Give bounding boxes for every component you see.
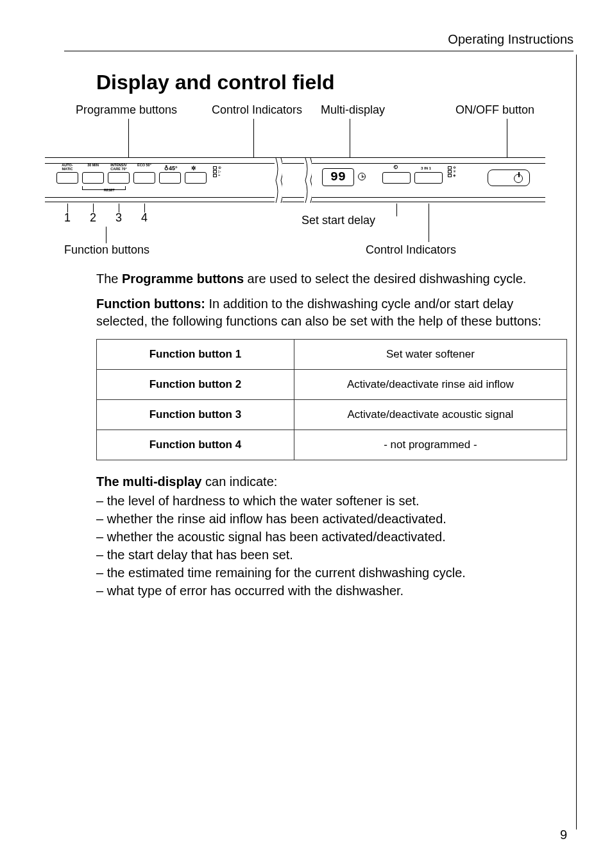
table-row: Function button 3 Activate/deactivate ac… xyxy=(97,400,567,430)
label-onoff-button: ON/OFF button xyxy=(455,103,534,117)
list-item: the start delay that has been set. xyxy=(96,546,567,564)
three-in-one-label: 3 IN 1 xyxy=(421,166,431,170)
prog-label-1: AUTO- MATIC xyxy=(56,164,78,171)
prog-label-4: ECO 50° xyxy=(133,164,155,168)
list-item: whether the acoustic signal has been act… xyxy=(96,528,567,546)
page-number: 9 xyxy=(560,828,567,842)
callout-line xyxy=(507,119,507,157)
list-item: whether the rinse aid inflow has been ac… xyxy=(96,510,567,528)
table-row: Function button 2 Activate/deactivate ri… xyxy=(97,370,567,400)
on-off-button[interactable] xyxy=(488,169,530,186)
func-name-1: Function button 1 xyxy=(97,340,294,370)
control-panel-diagram: Programme buttons Control Indicators Mul… xyxy=(45,103,545,264)
programme-button-3[interactable] xyxy=(108,172,130,184)
callout-line xyxy=(350,119,350,157)
paragraph-programme-buttons: The Programme buttons are used to select… xyxy=(96,270,567,288)
num-3: 3 xyxy=(115,211,122,225)
right-margin-rule xyxy=(576,55,577,829)
callout-line xyxy=(396,204,397,216)
indicator-block-left: ⊕ ▷ ≈ xyxy=(213,166,221,177)
func-desc-1: Set water softener xyxy=(294,340,566,370)
start-delay-button[interactable] xyxy=(382,172,411,184)
func-desc-3: Activate/deactivate acoustic signal xyxy=(294,400,566,430)
prog-label-2: 30 MIN xyxy=(82,164,104,168)
callout-line xyxy=(253,119,254,157)
multi-display-value: 99 xyxy=(322,168,354,186)
panel-break-right xyxy=(304,158,312,203)
header-section: Operating Instructions xyxy=(448,32,574,46)
panel-break-left xyxy=(275,158,282,203)
control-panel: AUTO- MATIC 30 MIN INTENSIV CARE 70° ECO… xyxy=(45,157,545,202)
clock-icon xyxy=(358,173,366,180)
reset-label: RESET xyxy=(104,188,115,192)
list-item: the estimated time remaining for the cur… xyxy=(96,564,567,582)
func-name-3: Function button 3 xyxy=(97,400,294,430)
content-area: Display and control field Programme butt… xyxy=(96,71,567,600)
prog-label-3: INTENSIV CARE 70° xyxy=(108,164,130,171)
programme-button-1[interactable] xyxy=(56,172,78,184)
programme-button-4[interactable] xyxy=(133,172,155,184)
func-name-2: Function button 2 xyxy=(97,370,294,400)
programme-button-2[interactable] xyxy=(82,172,104,184)
label-programme-buttons: Programme buttons xyxy=(76,103,177,117)
func-desc-4: - not programmed - xyxy=(294,430,566,460)
programme-button-dry[interactable] xyxy=(185,172,207,184)
function-button-table: Function button 1 Set water softener Fun… xyxy=(96,339,567,460)
three-in-one-button[interactable] xyxy=(414,172,443,184)
fan-icon: ✲ xyxy=(191,166,196,171)
multi-display-intro: The multi-display can indicate: xyxy=(96,474,567,489)
list-item: the level of hardness to which the water… xyxy=(96,492,567,510)
label-control-indicators-bottom: Control Indicators xyxy=(366,243,456,257)
table-row: Function button 4 - not programmed - xyxy=(97,430,567,460)
label-set-start-delay: Set start delay xyxy=(302,214,375,227)
num-1: 1 xyxy=(64,211,71,225)
paragraph-function-buttons: Function buttons: In addition to the dis… xyxy=(96,295,567,330)
label-function-buttons: Function buttons xyxy=(64,243,149,257)
page: Operating Instructions Display and contr… xyxy=(0,0,612,868)
indicator-block-right: ✲ ✳ ◈ xyxy=(448,166,456,177)
label-multi-display: Multi-display xyxy=(321,103,385,117)
callout-line xyxy=(106,227,106,243)
multi-display-list: the level of hardness to which the water… xyxy=(96,492,567,600)
label-control-indicators-top: Control Indicators xyxy=(212,103,302,117)
callout-line xyxy=(128,119,129,157)
list-item: what type of error has occurred with the… xyxy=(96,582,567,600)
table-row: Function button 1 Set water softener xyxy=(97,340,567,370)
glass-icon: ♁45° xyxy=(164,166,178,171)
func-name-4: Function button 4 xyxy=(97,430,294,460)
callout-line xyxy=(429,204,429,242)
page-title: Display and control field xyxy=(96,71,567,94)
programme-button-glass[interactable] xyxy=(159,172,181,184)
delay-clock-icon: ⏲ xyxy=(393,165,398,170)
num-2: 2 xyxy=(90,211,96,225)
running-header: Operating Instructions xyxy=(64,32,574,51)
func-desc-2: Activate/deactivate rinse aid inflow xyxy=(294,370,566,400)
num-4: 4 xyxy=(141,211,148,225)
